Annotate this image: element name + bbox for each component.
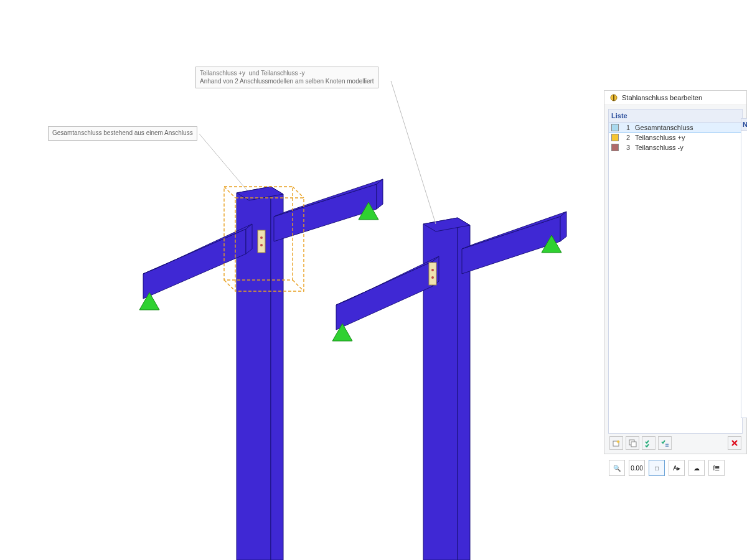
svg-marker-27 bbox=[560, 212, 566, 241]
item-label: Gesamntanschluss bbox=[635, 124, 693, 131]
svg-marker-9 bbox=[246, 224, 252, 254]
joint-list-item[interactable]: 2Teilanschluss +y bbox=[609, 133, 742, 142]
panel-titlebar: Stahlanschluss bearbeiten bbox=[604, 91, 746, 105]
units-icon-button[interactable]: 0.00 bbox=[629, 460, 645, 476]
svg-marker-7 bbox=[143, 229, 246, 299]
check-all-button[interactable] bbox=[642, 436, 655, 450]
delete-button[interactable] bbox=[728, 436, 741, 450]
svg-line-17 bbox=[224, 280, 235, 291]
list-toolbar bbox=[608, 434, 743, 450]
cloud-icon-button[interactable]: ☁ bbox=[688, 460, 705, 476]
color-swatch bbox=[611, 144, 619, 151]
left-assembly bbox=[139, 179, 383, 560]
check-filter-button[interactable] bbox=[658, 436, 672, 450]
svg-marker-22 bbox=[336, 261, 433, 330]
properties-body-stub bbox=[741, 131, 747, 418]
svg-marker-5 bbox=[271, 187, 283, 560]
list-header: Liste bbox=[608, 109, 743, 122]
function-icon-button[interactable]: f≣ bbox=[708, 460, 725, 476]
item-index: 2 bbox=[624, 134, 630, 141]
duplicate-button[interactable] bbox=[626, 436, 639, 450]
svg-line-16 bbox=[293, 187, 304, 198]
view-rect-icon-button[interactable]: □ bbox=[649, 460, 665, 476]
annotation-left: Gesamtanschluss bestehend aus einem Ansc… bbox=[48, 126, 197, 141]
svg-line-29 bbox=[391, 81, 436, 224]
edit-steel-joint-panel: Stahlanschluss bearbeiten Liste 1Gesamnt… bbox=[604, 90, 747, 454]
svg-marker-12 bbox=[377, 179, 383, 209]
joint-icon bbox=[609, 93, 618, 102]
search-icon-button[interactable]: 🔍 bbox=[609, 460, 625, 476]
right-assembly bbox=[332, 212, 566, 560]
item-index: 3 bbox=[624, 144, 630, 151]
svg-rect-31 bbox=[613, 95, 614, 101]
joint-list-item[interactable]: 1Gesamntanschluss bbox=[608, 122, 743, 133]
joint-list-item[interactable]: 3Teilanschluss -y bbox=[609, 142, 742, 152]
properties-header-stub: N bbox=[741, 118, 747, 131]
svg-marker-10 bbox=[274, 184, 377, 241]
svg-line-28 bbox=[199, 134, 247, 190]
joint-list[interactable]: 1Gesamntanschluss2Teilanschluss +y3Teila… bbox=[608, 122, 743, 434]
item-label: Teilanschluss -y bbox=[635, 144, 684, 151]
svg-line-18 bbox=[293, 280, 304, 291]
panel-title-text: Stahlanschluss bearbeiten bbox=[622, 94, 702, 101]
annotation-right: Teilanschluss +y und Teilanschluss -y An… bbox=[195, 67, 378, 88]
panel-body: Liste 1Gesamntanschluss2Teilanschluss +y… bbox=[604, 105, 746, 454]
svg-line-15 bbox=[224, 187, 235, 198]
view-toolbar: 🔍0.00□A▸☁f≣ bbox=[604, 455, 747, 480]
new-item-button[interactable] bbox=[609, 436, 623, 450]
color-swatch bbox=[611, 134, 619, 141]
item-label: Teilanschluss +y bbox=[635, 134, 685, 141]
tag-icon-button[interactable]: A▸ bbox=[669, 460, 685, 476]
item-index: 1 bbox=[624, 124, 630, 131]
color-swatch bbox=[611, 124, 619, 131]
svg-rect-34 bbox=[631, 442, 636, 447]
